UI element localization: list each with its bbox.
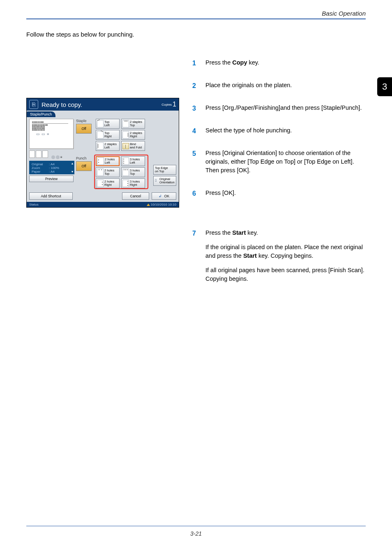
device-panel: ⎘ Ready to copy. Copies 1 Staple/Punch █… xyxy=(26,98,179,208)
preview-thumb-icon: ▭ xyxy=(36,132,40,137)
opt-2holes-top[interactable]: 2 holesTop xyxy=(96,167,120,177)
step-body: Press [Original Orientation] to choose o… xyxy=(205,149,366,180)
step-body: Press the Start key.If the original is p… xyxy=(205,229,366,289)
preview-button[interactable]: Preview xyxy=(29,176,74,182)
step-item: 6Press [OK]. xyxy=(192,189,366,203)
opt-bind-fold[interactable]: Bindand Fold xyxy=(121,141,145,151)
original-orientation-button[interactable]: ▯OriginalOrientation xyxy=(153,176,176,186)
opt-3holes-top[interactable]: 3 holesTop xyxy=(121,167,145,177)
warning-icon xyxy=(147,204,150,206)
staple-label: Staple xyxy=(76,119,87,123)
opt-staple-top-left[interactable]: TopLeft xyxy=(96,119,120,129)
opt-2holes-right[interactable]: 2 holesRight xyxy=(96,178,120,188)
preview-meta: ▴ ▾ Original: A4 Zoom: 100% Paper: A4 xyxy=(29,161,74,174)
copies-value: 1 xyxy=(173,101,176,108)
step-number: 3 xyxy=(192,104,205,118)
chapter-tab: 3 xyxy=(377,77,392,96)
opt-2staples-top[interactable]: 2 staplesTop xyxy=(121,119,145,129)
book-icon xyxy=(122,143,129,149)
add-shortcut-button[interactable]: Add Shortcut xyxy=(29,192,73,200)
step-number: 2 xyxy=(192,81,205,95)
step-item: 1Press the Copy key. xyxy=(192,58,366,73)
staple-off-button[interactable]: Off xyxy=(76,124,92,134)
preview-thumb-icon: ▭ xyxy=(42,132,45,137)
step-body: Press [OK]. xyxy=(205,189,366,203)
step-item: 5Press [Original Orientation] to choose … xyxy=(192,149,366,180)
status-time: 10/10/2010 10:10 xyxy=(151,203,176,206)
punch-label: Punch xyxy=(76,156,87,160)
intro-text: Follow the steps as below for punching. xyxy=(26,31,366,38)
opt-3holes-right[interactable]: 3 holesRight xyxy=(121,178,145,188)
opt-staple-top-right[interactable]: TopRight xyxy=(96,130,120,140)
page-footer: 3-21 xyxy=(26,526,366,537)
step-item: 3Press [Org./Paper/Finishing]and then pr… xyxy=(192,104,366,118)
opt-3holes-left[interactable]: 3 holesLeft xyxy=(121,156,145,166)
cancel-button[interactable]: Cancel xyxy=(122,192,149,200)
step-number: 4 xyxy=(192,126,205,141)
chevron-up-icon[interactable]: ▴ xyxy=(71,162,73,165)
page-header: Basic Operation xyxy=(26,10,366,19)
copies-label: Copies xyxy=(161,103,172,106)
panel-title: Ready to copy. xyxy=(42,101,161,108)
step-item: 4Select the type of hole punching. xyxy=(192,126,366,141)
step-number: 1 xyxy=(192,58,205,73)
opt-2holes-left[interactable]: 2 holesLeft xyxy=(96,156,120,166)
opt-2staples-right[interactable]: 2 staplesRight xyxy=(121,130,145,140)
enter-icon: ↲ xyxy=(159,194,164,198)
step-item: 7Press the Start key.If the original is … xyxy=(192,229,366,289)
step-body: Place the originals on the platen. xyxy=(205,81,366,95)
nav-next-icon[interactable] xyxy=(56,155,60,159)
page-icon: ▯ xyxy=(155,179,158,183)
step-number: 5 xyxy=(192,149,205,180)
step-body: Press [Org./Paper/Finishing]and then pre… xyxy=(205,104,366,118)
punch-off-button[interactable]: Off xyxy=(76,161,92,171)
nav-prev-icon[interactable] xyxy=(51,155,55,159)
preview-list-icon: ≡ xyxy=(47,132,49,137)
steps-list: 1Press the Copy key.2Place the originals… xyxy=(192,58,366,289)
step-number: 7 xyxy=(192,229,205,289)
tab-staple-punch[interactable]: Staple/Punch xyxy=(27,111,55,117)
step-body: Select the type of hole punching. xyxy=(205,126,366,141)
step-number: 6 xyxy=(192,189,205,203)
step-body: Press the Copy key. xyxy=(205,58,366,73)
copy-icon: ⎘ xyxy=(29,100,38,109)
ok-button[interactable]: ↲OK xyxy=(152,192,176,200)
top-edge-button[interactable]: Top Edgeon Top xyxy=(153,165,176,175)
preview-document: ██ ████ ██ ████ ██ ████ ██ ██ ███ █████ … xyxy=(29,119,74,149)
status-label: Status xyxy=(29,203,39,206)
step-item: 2Place the originals on the platen. xyxy=(192,81,366,95)
opt-2staples-left[interactable]: 2 staplesLeft xyxy=(96,141,120,151)
chevron-down-icon[interactable]: ▾ xyxy=(71,170,73,173)
